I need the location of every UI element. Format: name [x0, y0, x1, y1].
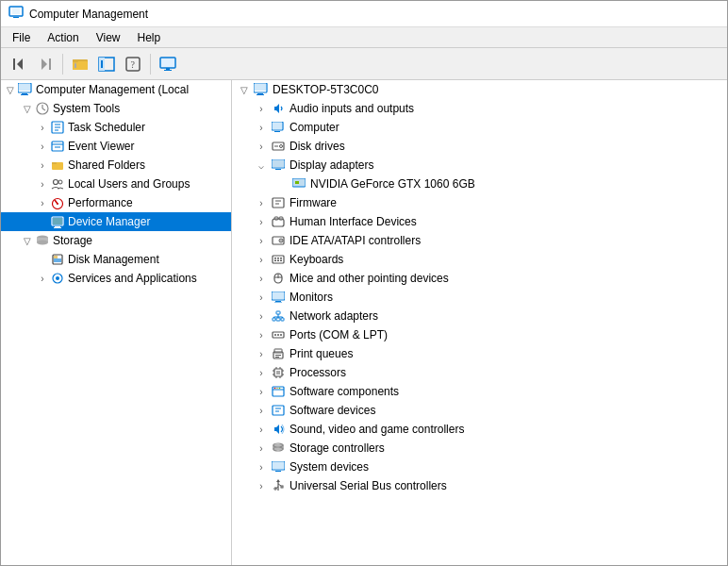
- print-expand[interactable]: ›: [253, 346, 270, 361]
- ide-expand[interactable]: ›: [253, 233, 270, 248]
- services-label: Services and Applications: [68, 272, 197, 285]
- displayadapters-expand[interactable]: ⌵: [253, 158, 270, 173]
- audio-expand[interactable]: ›: [253, 101, 270, 116]
- svg-rect-79: [273, 256, 284, 263]
- right-item-nvidia[interactable]: NVIDIA GeForce GTX 1060 6GB: [232, 175, 727, 193]
- show-hide-button[interactable]: [94, 52, 119, 76]
- left-tree-performance[interactable]: › Performance: [1, 193, 231, 212]
- svg-rect-44: [55, 226, 60, 227]
- svg-rect-108: [275, 355, 281, 356]
- right-item-swcomponents[interactable]: › Software components: [232, 382, 727, 401]
- right-item-computer[interactable]: › Computer: [232, 118, 727, 137]
- swcomponents-label: Software components: [290, 385, 399, 398]
- right-item-displayadapters[interactable]: ⌵ Display adapters: [232, 156, 727, 175]
- mice-label: Mice and other pointing devices: [290, 272, 449, 285]
- right-item-mice[interactable]: › Mice and other pointing devices: [232, 269, 727, 288]
- left-tree-diskmanagement[interactable]: Disk Management: [1, 250, 231, 269]
- right-item-swdevices[interactable]: › Software devices: [232, 401, 727, 420]
- left-tree-localusers[interactable]: › Local Users and Groups: [1, 175, 231, 193]
- svg-rect-134: [275, 471, 281, 472]
- left-tree-eventviewer[interactable]: › Event Viewer: [1, 137, 231, 156]
- left-tree-devicemanager[interactable]: Device Manager: [1, 212, 231, 231]
- svg-rect-138: [281, 486, 283, 488]
- performance-label: Performance: [68, 196, 133, 209]
- right-item-ports[interactable]: › Ports (COM & LPT): [232, 325, 727, 344]
- eventviewer-icon: [50, 139, 65, 154]
- back-button[interactable]: [7, 52, 31, 76]
- right-item-firmware[interactable]: › Firmware: [232, 193, 727, 212]
- right-item-storagecontrollers[interactable]: › Storage controllers: [232, 439, 727, 458]
- right-item-usb[interactable]: › Universal Serial Bus controllers: [232, 476, 727, 495]
- svg-point-103: [274, 334, 276, 336]
- usb-expand[interactable]: ›: [253, 478, 270, 493]
- monitor-button[interactable]: [156, 52, 180, 76]
- keyboards-expand[interactable]: ›: [253, 252, 270, 267]
- keyboards-label: Keyboards: [290, 253, 343, 266]
- localusers-expand: ›: [35, 176, 50, 191]
- root-expand-icon: ▽: [3, 82, 18, 97]
- left-tree-taskscheduler[interactable]: › Task Scheduler: [1, 118, 231, 137]
- processors-expand[interactable]: ›: [253, 365, 270, 380]
- right-item-systemdevices[interactable]: › System devices: [232, 458, 727, 476]
- right-item-print[interactable]: › Print queues: [232, 344, 727, 363]
- network-icon: [270, 308, 287, 324]
- performance-icon: [50, 195, 65, 210]
- right-item-monitors[interactable]: › Monitors: [232, 288, 727, 307]
- right-item-sound[interactable]: › Sound, video and game controllers: [232, 420, 727, 439]
- folder-button[interactable]: [68, 52, 92, 76]
- svg-rect-111: [276, 371, 280, 375]
- left-tree-storage[interactable]: ▽ Storage: [1, 231, 231, 250]
- svg-rect-109: [275, 357, 279, 358]
- forward-button[interactable]: [33, 52, 58, 76]
- right-item-audio[interactable]: › Audio inputs and outputs: [232, 99, 727, 118]
- app-icon: [8, 5, 24, 23]
- devicemanager-expand: [35, 214, 50, 229]
- storage-label: Storage: [53, 234, 92, 247]
- monitors-expand[interactable]: ›: [253, 290, 270, 305]
- right-item-diskdrives[interactable]: › Disk drives: [232, 137, 727, 156]
- left-tree-services[interactable]: › Services and Applications: [1, 269, 231, 288]
- left-tree-root[interactable]: ▽ Computer Management (Local: [1, 80, 231, 99]
- hid-expand[interactable]: ›: [253, 214, 270, 229]
- taskscheduler-icon: [50, 120, 65, 135]
- svg-rect-66: [273, 160, 284, 167]
- left-tree-systemtools[interactable]: ▽ System Tools: [1, 99, 231, 118]
- firmware-expand[interactable]: ›: [253, 195, 270, 210]
- firmware-icon: [270, 195, 287, 210]
- left-tree-panel: ▽ Computer Management (Local ▽: [1, 80, 232, 566]
- right-item-ide[interactable]: › IDE ATA/ATAPI controllers: [232, 231, 727, 250]
- swcomponents-expand[interactable]: ›: [253, 384, 270, 399]
- right-item-keyboards[interactable]: › Keyboards: [232, 250, 727, 269]
- mice-expand[interactable]: ›: [253, 271, 270, 286]
- menu-view[interactable]: View: [89, 29, 128, 46]
- right-item-processors[interactable]: › Processors: [232, 363, 727, 382]
- ide-icon: [270, 233, 287, 248]
- right-tree-root[interactable]: ▽ DESKTOP-5T3C0C0: [232, 80, 727, 99]
- services-icon: [50, 271, 65, 286]
- svg-rect-24: [21, 94, 28, 95]
- ports-expand[interactable]: ›: [253, 327, 270, 342]
- storagecontrollers-expand[interactable]: ›: [253, 441, 270, 456]
- left-tree-sharedfolders[interactable]: › Shared Folders: [1, 156, 231, 175]
- right-item-network[interactable]: › Network adapters: [232, 307, 727, 325]
- swdevices-expand[interactable]: ›: [253, 403, 270, 418]
- diskdrives-expand[interactable]: ›: [253, 139, 270, 154]
- computer-expand[interactable]: ›: [253, 120, 270, 135]
- systemdevices-expand[interactable]: ›: [253, 459, 270, 474]
- sound-expand[interactable]: ›: [253, 422, 270, 437]
- svg-rect-9: [73, 59, 78, 62]
- storagecontrollers-icon: [270, 441, 287, 456]
- menu-action[interactable]: Action: [40, 29, 86, 46]
- print-icon: [270, 346, 287, 361]
- question-button[interactable]: ?: [121, 52, 145, 76]
- network-expand[interactable]: ›: [253, 308, 270, 324]
- root-icon: [18, 82, 33, 97]
- menu-file[interactable]: File: [5, 29, 38, 46]
- svg-point-48: [37, 241, 48, 245]
- firmware-label: Firmware: [290, 196, 337, 209]
- diskmanagement-label: Disk Management: [68, 253, 159, 266]
- swdevices-icon: [270, 403, 287, 418]
- menu-help[interactable]: Help: [130, 29, 169, 46]
- devicemanager-icon: [50, 214, 65, 229]
- right-item-hid[interactable]: › Human Interface Devices: [232, 212, 727, 231]
